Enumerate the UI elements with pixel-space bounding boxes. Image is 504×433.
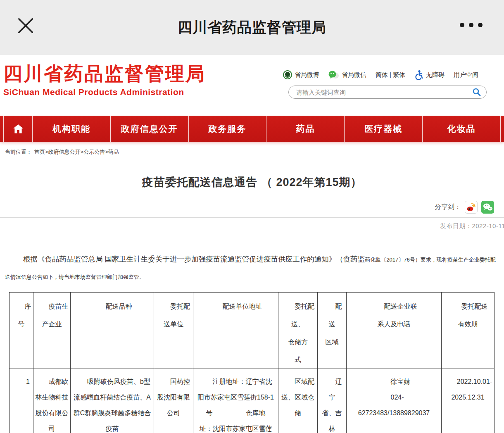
- publish-date: 发布日期：2022-10-11: [0, 222, 504, 230]
- table-header-row: 序 号 疫苗生 产企业 配送品种 委托配 送单位 配送单位地址 委托配 送、 仓…: [10, 293, 494, 369]
- logo-chinese: 四川省药品监督管理局: [3, 62, 206, 86]
- nav-home[interactable]: [3, 116, 32, 142]
- breadcrumb-path[interactable]: 首页>政府信息公开>公示公告>药品: [34, 149, 119, 155]
- header-address: 配送单位地址: [193, 293, 278, 369]
- table-row: 1 成都欧 林生物科技 股份有限公 司 吸附破伤风疫苗、b型 流感嗜血杆菌结合疫…: [10, 369, 494, 433]
- cell-contact: 徐宝婧 024- 62723483/13889829037: [347, 369, 442, 433]
- accessibility-link[interactable]: 无障碍: [414, 70, 445, 80]
- nav-item-cosmetics[interactable]: 化妆品: [422, 116, 501, 142]
- cell-distributor: 国药控 股沈阳有限 公司: [154, 369, 193, 433]
- page: 四川省药品监督管理局 四川省药品监督管理局 SiChuan Medical Pr…: [0, 0, 504, 433]
- share-label: 分享到：: [435, 203, 461, 212]
- cell-region: 辽宁 省、吉林 省、黑龙 江省: [318, 369, 347, 433]
- nav-item-devices[interactable]: 医疗器械: [344, 116, 422, 142]
- share-weibo-icon[interactable]: [465, 201, 478, 214]
- nav-item-services[interactable]: 政务服务: [188, 116, 266, 142]
- user-space-link[interactable]: 用户空间: [454, 71, 478, 79]
- cell-products: 吸附破伤风疫苗、b型 流感嗜血杆菌结合疫苗、A 群C群脑膜炎球菌多糖结合 疫苗: [71, 369, 154, 433]
- more-menu-icon[interactable]: [460, 23, 483, 27]
- close-icon[interactable]: [15, 15, 36, 36]
- divider-line: [0, 217, 504, 218]
- weibo-label: 省局微博: [295, 71, 319, 79]
- home-icon: [12, 123, 24, 135]
- breadcrumb: 当前位置：首页>政府信息公开>公示公告>药品: [5, 148, 504, 156]
- search-input[interactable]: [296, 89, 472, 96]
- weibo-badge-icon: [283, 70, 292, 79]
- intro-paragraph: 根据《食品药品监管总局 国家卫生计生委关于进一步加强疫苗流通监管促进疫苗供应工作…: [5, 251, 499, 285]
- page-title: 疫苗委托配送信息通告 （ 2022年第15期）: [0, 175, 504, 190]
- weibo-link[interactable]: 省局微博: [283, 70, 319, 79]
- wechat-label: 省局微信: [342, 71, 366, 79]
- webview-header: 四川省药品监督管理局: [0, 0, 504, 55]
- site-logo[interactable]: 四川省药品监督管理局 SiChuan Medical Products Admi…: [3, 62, 206, 97]
- cell-validity: 2022.10.01- 2025.12.31: [442, 369, 494, 433]
- breadcrumb-label: 当前位置：: [5, 149, 32, 155]
- share-row: 分享到：: [0, 201, 494, 214]
- nav-item-gov-info[interactable]: 政府信息公开: [110, 116, 188, 142]
- header-region: 配送 区域: [318, 293, 347, 369]
- share-wechat-icon[interactable]: [481, 201, 494, 214]
- cell-address: 注册地址：辽宁省沈 阳市苏家屯区雪莲街158-1 号 仓库地 址：沈阳市苏家屯区…: [193, 369, 278, 433]
- header-serial: 序 号: [10, 293, 33, 369]
- site-header: 四川省药品监督管理局 SiChuan Medical Products Admi…: [0, 55, 504, 116]
- accessibility-icon: [414, 70, 423, 80]
- header-mode: 委托配 送、 仓储方 式: [278, 293, 318, 369]
- header-manufacturer: 疫苗生 产企业: [33, 293, 71, 369]
- header-products: 配送品种: [71, 293, 154, 369]
- webview-title: 四川省药品监督管理局: [0, 18, 504, 37]
- language-label: 简体 | 繁体: [376, 71, 405, 79]
- wechat-badge-icon: [328, 70, 339, 79]
- user-space-label: 用户空间: [454, 71, 478, 79]
- intro-text-large: 根据《食品药品监管总局 国家卫生计生委关于进一步加强疫苗流通监管促进疫苗供应工作…: [23, 255, 365, 263]
- main-nav: 机构职能 政府信息公开 政务服务 药品 医疗器械 化妆品: [0, 116, 504, 142]
- logo-english: SiChuan Medical Products Administration: [3, 87, 206, 97]
- language-toggle[interactable]: 简体 | 繁体: [376, 71, 405, 79]
- header-utilities: 省局微博 省局微信 简体 | 繁体: [283, 70, 478, 80]
- search-box: [288, 86, 487, 99]
- wechat-link[interactable]: 省局微信: [328, 70, 366, 79]
- cell-serial: 1: [10, 369, 33, 433]
- delivery-table: 序 号 疫苗生 产企业 配送品种 委托配 送单位 配送单位地址 委托配 送、 仓…: [9, 292, 494, 433]
- cell-manufacturer: 成都欧 林生物科技 股份有限公 司: [33, 369, 71, 433]
- cell-mode: 区域配 送、区域仓 储: [278, 369, 318, 433]
- nav-item-drugs[interactable]: 药品: [266, 116, 344, 142]
- nav-item-org[interactable]: 机构职能: [32, 116, 110, 142]
- header-validity: 委托配送 有效期: [442, 293, 494, 369]
- header-distributor: 委托配 送单位: [154, 293, 193, 369]
- accessibility-label: 无障碍: [426, 71, 445, 79]
- header-contact: 配送企业联 系人及电话: [347, 293, 442, 369]
- search-icon[interactable]: [472, 88, 481, 97]
